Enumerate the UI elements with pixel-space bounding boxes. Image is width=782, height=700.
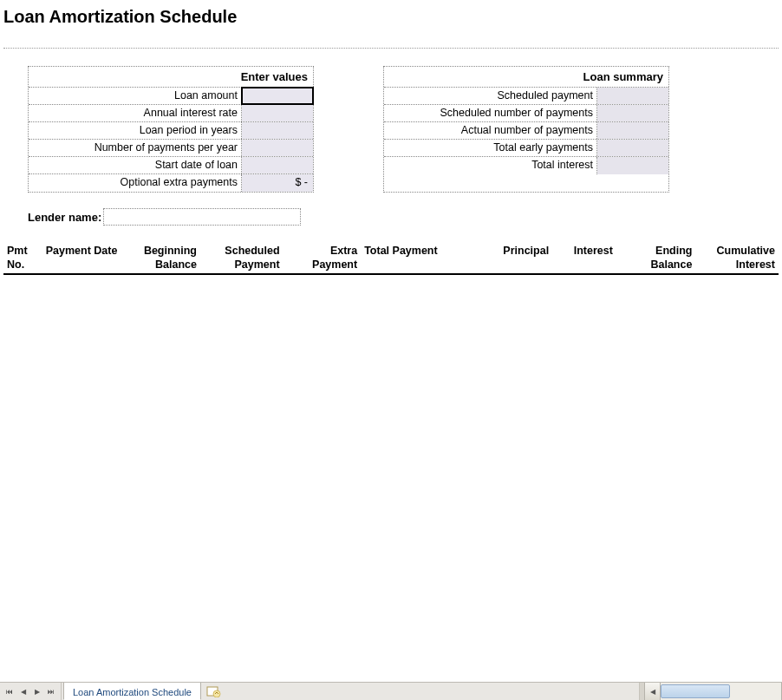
row-total-interest: Total interest xyxy=(384,157,668,174)
sheet-tab-label: Loan Amortization Schedule xyxy=(73,687,192,697)
col-pmt-no: Pmt No. xyxy=(3,245,35,271)
row-total-early-payments: Total early payments xyxy=(384,140,668,157)
col-extra-payment: Extra Payment xyxy=(283,245,362,271)
row-scheduled-num-payments: Scheduled number of payments xyxy=(384,105,668,122)
input-loan-period[interactable] xyxy=(242,122,313,139)
col-cumulative-interest: Cumulative Interest xyxy=(695,245,779,271)
value-scheduled-payment xyxy=(597,88,668,104)
col-payment-date: Payment Date xyxy=(35,245,121,271)
new-sheet-icon[interactable] xyxy=(206,683,222,700)
lender-row: Lender name: xyxy=(28,208,779,226)
enter-values-panel: Enter values Loan amount Annual interest… xyxy=(28,66,314,193)
sheet-tab-bar: ⏮ ◀ ▶ ⏭ Loan Amortization Schedule ◀ xyxy=(0,682,782,700)
scrollbar-track[interactable] xyxy=(661,683,782,700)
row-payments-per-year: Number of payments per year xyxy=(29,140,313,157)
row-actual-num-payments: Actual number of payments xyxy=(384,122,668,140)
input-loan-amount[interactable] xyxy=(242,88,313,104)
row-loan-amount: Loan amount xyxy=(29,88,313,105)
scrollbar-thumb[interactable] xyxy=(661,684,730,698)
next-sheet-icon[interactable]: ▶ xyxy=(31,685,43,698)
label-loan-period: Loan period in years xyxy=(29,122,242,139)
enter-values-header: Enter values xyxy=(29,67,313,88)
label-total-early-payments: Total early payments xyxy=(384,140,597,156)
label-annual-interest: Annual interest rate xyxy=(29,105,242,121)
loan-summary-header: Loan summary xyxy=(384,67,668,88)
scroll-left-icon[interactable]: ◀ xyxy=(645,683,661,700)
label-scheduled-num-payments: Scheduled number of payments xyxy=(384,105,597,121)
row-loan-period: Loan period in years xyxy=(29,122,313,140)
value-total-early-payments xyxy=(597,140,668,156)
row-scheduled-payment: Scheduled payment xyxy=(384,88,668,105)
sheet-tab-active[interactable]: Loan Amortization Schedule xyxy=(63,683,201,700)
lender-label: Lender name: xyxy=(28,211,101,224)
label-loan-amount: Loan amount xyxy=(29,88,242,104)
value-scheduled-num-payments xyxy=(597,105,668,121)
label-total-interest: Total interest xyxy=(384,157,597,174)
input-annual-interest[interactable] xyxy=(242,105,313,121)
value-total-interest xyxy=(597,157,668,174)
row-annual-interest: Annual interest rate xyxy=(29,105,313,122)
row-start-date: Start date of loan xyxy=(29,157,313,174)
col-scheduled-payment: Scheduled Payment xyxy=(200,245,283,271)
input-payments-per-year[interactable] xyxy=(242,140,313,156)
col-principal: Principal xyxy=(453,245,552,271)
col-ending-balance: Ending Balance xyxy=(616,245,696,271)
row-extra-payments: Optional extra payments $ - xyxy=(29,174,313,192)
title-rule xyxy=(3,48,779,49)
schedule-table-header: Pmt No. Payment Date Beginning Balance S… xyxy=(3,245,779,275)
col-beginning-balance: Beginning Balance xyxy=(121,245,200,271)
sheet-nav-buttons: ⏮ ◀ ▶ ⏭ xyxy=(0,683,62,700)
label-start-date: Start date of loan xyxy=(29,157,242,173)
prev-sheet-icon[interactable]: ◀ xyxy=(17,685,29,698)
input-panels: Enter values Loan amount Annual interest… xyxy=(28,66,779,193)
input-start-date[interactable] xyxy=(242,157,313,173)
label-extra-payments: Optional extra payments xyxy=(29,174,242,192)
lender-input[interactable] xyxy=(103,208,301,226)
label-payments-per-year: Number of payments per year xyxy=(29,140,242,156)
loan-summary-panel: Loan summary Scheduled payment Scheduled… xyxy=(383,66,669,193)
horizontal-scrollbar: ◀ xyxy=(639,683,782,700)
page-title: Loan Amortization Schedule xyxy=(3,7,779,30)
col-total-payment: Total Payment xyxy=(361,245,453,271)
value-actual-num-payments xyxy=(597,122,668,139)
label-scheduled-payment: Scheduled payment xyxy=(384,88,597,104)
first-sheet-icon[interactable]: ⏮ xyxy=(3,685,16,698)
input-extra-payments[interactable]: $ - xyxy=(242,174,313,192)
col-interest: Interest xyxy=(552,245,616,271)
last-sheet-icon[interactable]: ⏭ xyxy=(45,685,57,698)
svg-point-1 xyxy=(213,690,220,697)
label-actual-num-payments: Actual number of payments xyxy=(384,122,597,139)
